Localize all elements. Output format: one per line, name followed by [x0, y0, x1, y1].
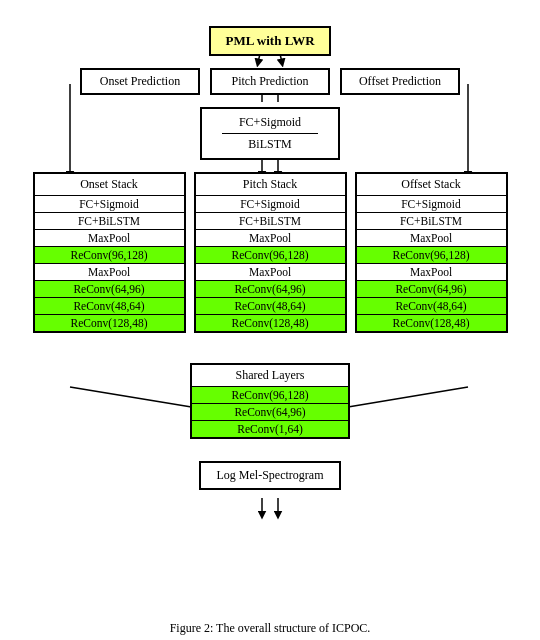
offset-prediction-box: Offset Prediction — [340, 68, 460, 95]
offset-layer-6: ReConv(48,64) — [357, 298, 506, 315]
offset-layer-0: FC+Sigmoid — [357, 196, 506, 213]
bilstm-layer: BiLSTM — [222, 134, 318, 155]
shared-layers-title: Shared Layers — [192, 365, 348, 387]
offset-stack-box: Offset Stack FC+Sigmoid FC+BiLSTM MaxPoo… — [355, 172, 508, 333]
offset-layer-5: ReConv(64,96) — [357, 281, 506, 298]
offset-layer-3: ReConv(96,128) — [357, 247, 506, 264]
onset-prediction-box: Onset Prediction — [80, 68, 200, 95]
pitch-prediction-box: Pitch Prediction — [210, 68, 330, 95]
pitch-layer-4: MaxPool — [196, 264, 345, 281]
onset-layer-5: ReConv(64,96) — [35, 281, 184, 298]
offset-stack-title: Offset Stack — [357, 174, 506, 196]
middle-shared-box: FC+Sigmoid BiLSTM — [200, 107, 340, 160]
onset-stack-box: Onset Stack FC+Sigmoid FC+BiLSTM MaxPool… — [33, 172, 186, 333]
logmel-box: Log Mel-Spectrogram — [199, 461, 342, 490]
main-layout: PML with LWR Onset Prediction Pitch Pred… — [0, 12, 540, 490]
pitch-layer-6: ReConv(48,64) — [196, 298, 345, 315]
shared-layers-box: Shared Layers ReConv(96,128) ReConv(64,9… — [190, 363, 350, 439]
pitch-layer-5: ReConv(64,96) — [196, 281, 345, 298]
pitch-layer-2: MaxPool — [196, 230, 345, 247]
onset-layer-7: ReConv(128,48) — [35, 315, 184, 331]
offset-layer-4: MaxPool — [357, 264, 506, 281]
diagram: PML with LWR Onset Prediction Pitch Pred… — [0, 0, 540, 640]
prediction-row: Onset Prediction Pitch Prediction Offset… — [80, 68, 460, 95]
pml-node: PML with LWR — [209, 26, 330, 56]
stacks-row: Onset Stack FC+Sigmoid FC+BiLSTM MaxPool… — [33, 172, 508, 333]
shared-layer-1: ReConv(64,96) — [192, 404, 348, 421]
onset-layer-0: FC+Sigmoid — [35, 196, 184, 213]
offset-layer-1: FC+BiLSTM — [357, 213, 506, 230]
pitch-layer-7: ReConv(128,48) — [196, 315, 345, 331]
pitch-stack-box: Pitch Stack FC+Sigmoid FC+BiLSTM MaxPool… — [194, 172, 347, 333]
shared-layer-0: ReConv(96,128) — [192, 387, 348, 404]
offset-layer-7: ReConv(128,48) — [357, 315, 506, 331]
onset-layer-6: ReConv(48,64) — [35, 298, 184, 315]
shared-layer-2: ReConv(1,64) — [192, 421, 348, 437]
fc-sigmoid-layer: FC+Sigmoid — [222, 112, 318, 134]
pitch-layer-0: FC+Sigmoid — [196, 196, 345, 213]
onset-layer-3: ReConv(96,128) — [35, 247, 184, 264]
pitch-stack-title: Pitch Stack — [196, 174, 345, 196]
middle-shared-row: FC+Sigmoid BiLSTM — [200, 107, 340, 160]
onset-stack-title: Onset Stack — [35, 174, 184, 196]
onset-layer-2: MaxPool — [35, 230, 184, 247]
pitch-layer-3: ReConv(96,128) — [196, 247, 345, 264]
onset-layer-1: FC+BiLSTM — [35, 213, 184, 230]
onset-layer-4: MaxPool — [35, 264, 184, 281]
offset-layer-2: MaxPool — [357, 230, 506, 247]
pitch-layer-1: FC+BiLSTM — [196, 213, 345, 230]
figure-caption: Figure 2: The overall structure of ICPOC… — [0, 621, 540, 636]
